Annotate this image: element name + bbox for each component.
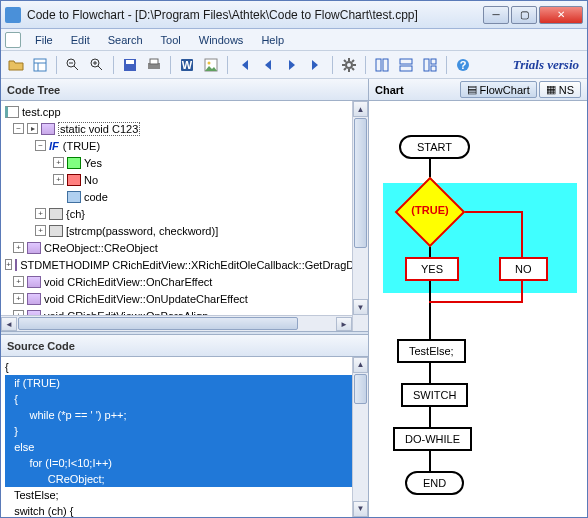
collapse-icon[interactable]: − [35, 140, 46, 151]
src-line: { [5, 359, 364, 375]
flow-testelse: TestElse; [397, 339, 466, 363]
flow-line [429, 449, 431, 471]
separator [227, 56, 228, 74]
src-line: switch (ch) { [5, 503, 364, 517]
svg-text:W: W [182, 59, 193, 71]
tree-scrollbar[interactable]: ▲▼ [352, 101, 368, 331]
svg-rect-6 [150, 59, 158, 64]
chevron-icon: ▸ [27, 123, 38, 134]
layout2-button[interactable] [395, 54, 417, 76]
menu-edit[interactable]: Edit [63, 32, 98, 48]
ns-tab[interactable]: ▦NS [539, 81, 581, 98]
tree-file[interactable]: test.cpp [5, 103, 364, 120]
flowchart-tab[interactable]: ▤FlowChart [460, 81, 537, 98]
flow-start: START [399, 135, 470, 159]
next-button[interactable] [281, 54, 303, 76]
flow-condition: (TRUE) [395, 187, 465, 237]
function-icon [41, 123, 55, 135]
switch-icon [49, 208, 63, 220]
app-icon [5, 7, 21, 23]
flow-line [521, 279, 523, 303]
maximize-button[interactable]: ▢ [511, 6, 537, 24]
tree-switch-strcmp[interactable]: +[strcmp(password, checkword)] [5, 222, 364, 239]
menu-help[interactable]: Help [253, 32, 292, 48]
separator [56, 56, 57, 74]
source-editor[interactable]: { if (TRUE) { while (*p == ' ') p++; } e… [1, 357, 368, 517]
tree-if[interactable]: −IF(TRUE) [5, 137, 364, 154]
help-button[interactable]: ? [452, 54, 474, 76]
window-title: Code to Flowchart - [D:\Program Files\At… [27, 8, 483, 22]
function-icon [27, 242, 41, 254]
svg-rect-4 [126, 60, 134, 64]
separator [332, 56, 333, 74]
tree-yes[interactable]: +Yes [5, 154, 364, 171]
function-icon [27, 276, 41, 288]
expand-icon[interactable]: + [13, 293, 24, 304]
trial-label: Trials versio [513, 57, 583, 73]
flow-line [429, 361, 431, 383]
layout1-button[interactable] [371, 54, 393, 76]
flow-dowhile: DO-WHILE [393, 427, 472, 451]
no-icon [67, 174, 81, 186]
expand-icon[interactable]: + [53, 174, 64, 185]
flowchart-canvas[interactable]: START (TRUE) YES NO TestElse; SWITCH DO-… [369, 101, 587, 517]
sourcecode-header: Source Code [1, 335, 368, 357]
svg-rect-0 [34, 59, 46, 71]
src-line: { [5, 391, 364, 407]
tree-function[interactable]: +void CRichEditView::OnUpdateCharEffect [5, 290, 364, 307]
flow-no: NO [499, 257, 548, 281]
menu-tool[interactable]: Tool [153, 32, 189, 48]
open-button[interactable] [5, 54, 27, 76]
minimize-button[interactable]: ─ [483, 6, 509, 24]
separator [113, 56, 114, 74]
function-icon [15, 259, 17, 271]
expand-icon[interactable]: + [13, 276, 24, 287]
zoomin-button[interactable] [86, 54, 108, 76]
codetree[interactable]: test.cpp −▸static void C123 −IF(TRUE) +Y… [1, 101, 368, 331]
svg-rect-18 [431, 66, 436, 71]
menubar: File Edit Search Tool Windows Help [1, 29, 587, 51]
tree-function[interactable]: +void CRichEditView::OnCharEffect [5, 273, 364, 290]
expand-icon[interactable]: + [13, 242, 24, 253]
export-word-button[interactable]: W [176, 54, 198, 76]
close-button[interactable]: ✕ [539, 6, 583, 24]
expand-icon[interactable]: + [5, 259, 12, 270]
expand-icon[interactable]: + [35, 208, 46, 219]
expand-icon[interactable]: + [35, 225, 46, 236]
src-line: for (I=0;I<10;I++) [5, 455, 364, 471]
ns-icon: ▦ [546, 83, 556, 96]
flow-line [429, 279, 431, 339]
project-button[interactable] [29, 54, 51, 76]
tree-switch-ch[interactable]: +{ch} [5, 205, 364, 222]
last-button[interactable] [305, 54, 327, 76]
prev-button[interactable] [257, 54, 279, 76]
tree-no[interactable]: +No [5, 171, 364, 188]
flow-line [521, 211, 523, 257]
tree-scrollbar-h[interactable]: ◄► [1, 315, 352, 331]
menu-search[interactable]: Search [100, 32, 151, 48]
chart-title: Chart [375, 84, 404, 96]
expand-icon[interactable]: + [53, 157, 64, 168]
svg-rect-15 [400, 66, 412, 71]
src-line: else [5, 439, 364, 455]
toolbar: W ? Trials versio [1, 51, 587, 79]
save-button[interactable] [119, 54, 141, 76]
collapse-icon[interactable]: − [13, 123, 24, 134]
print-button[interactable] [143, 54, 165, 76]
settings-button[interactable] [338, 54, 360, 76]
tree-function[interactable]: −▸static void C123 [5, 120, 364, 137]
flow-yes: YES [405, 257, 459, 281]
first-button[interactable] [233, 54, 255, 76]
svg-rect-16 [424, 59, 429, 71]
tree-function[interactable]: +STDMETHODIMP CRichEditView::XRichEditOl… [5, 256, 364, 273]
menu-file[interactable]: File [27, 32, 61, 48]
svg-point-11 [346, 62, 352, 68]
tree-function[interactable]: +CReObject::CReObject [5, 239, 364, 256]
flow-line [463, 211, 523, 213]
menu-windows[interactable]: Windows [191, 32, 252, 48]
zoomout-button[interactable] [62, 54, 84, 76]
layout3-button[interactable] [419, 54, 441, 76]
export-image-button[interactable] [200, 54, 222, 76]
src-scrollbar[interactable]: ▲▼ [352, 357, 368, 517]
tree-code[interactable]: code [5, 188, 364, 205]
